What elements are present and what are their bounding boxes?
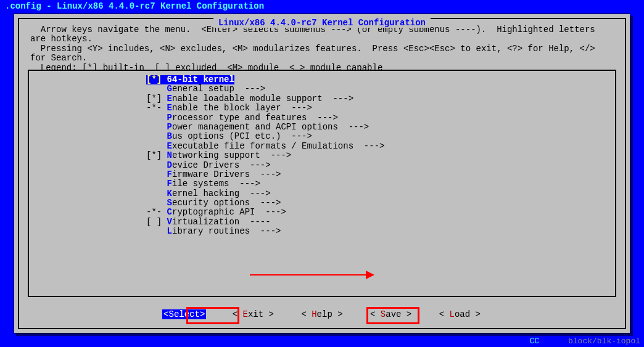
menu-item-5[interactable]: Power management and ACPI options ---> (146, 123, 615, 132)
menu-item-14[interactable]: -*- Cryptographic API ---> (146, 208, 615, 217)
menu-item-13[interactable]: Security options ---> (146, 198, 615, 208)
load-button[interactable]: < Load > (438, 309, 482, 319)
menu-item-4[interactable]: Processor type and features ---> (146, 113, 615, 123)
exit-button[interactable]: < Exit > (231, 309, 275, 319)
menu-item-8[interactable]: [*] Networking support ---> (146, 151, 615, 160)
background-terminal-line: CC block/blk-iopol (530, 337, 640, 346)
annotation-arrow (250, 274, 373, 276)
menu-item-12[interactable]: Kernel hacking ---> (146, 189, 615, 198)
menu-list[interactable]: [*] 64-bit kernel General setup --->[*] … (29, 75, 615, 237)
menu-item-9[interactable]: Device Drivers ---> (146, 161, 615, 170)
menu-item-1[interactable]: General setup ---> (146, 84, 615, 94)
menu-item-16[interactable]: Library routines ---> (146, 227, 615, 236)
dialog-title: Linux/x86 4.4.0-rc7 Kernel Configuration (213, 18, 431, 28)
window-title: .config - Linux/x86 4.4.0-rc7 Kernel Con… (0, 0, 644, 12)
select-button[interactable]: <Select> (162, 309, 206, 319)
button-bar: <Select> < Exit > < Help > < Save > < Lo… (19, 309, 625, 319)
config-dialog: Linux/x86 4.4.0-rc7 Kernel Configuration… (14, 14, 630, 333)
menu-item-2[interactable]: [*] Enable loadable module support ---> (146, 94, 615, 104)
menu-item-0[interactable]: [*] 64-bit kernel (146, 75, 234, 84)
menu-item-11[interactable]: File systems ---> (146, 179, 615, 189)
help-button[interactable]: < Help > (300, 309, 344, 319)
menu-box: [*] 64-bit kernel General setup --->[*] … (28, 70, 616, 297)
menu-item-7[interactable]: Executable file formats / Emulations ---… (146, 142, 615, 151)
menu-item-3[interactable]: -*- Enable the block layer ---> (146, 104, 615, 113)
menu-item-15[interactable]: [ ] Virtualization ---- (146, 218, 615, 227)
save-button[interactable]: < Save > (369, 309, 413, 319)
menu-item-10[interactable]: Firmware Drivers ---> (146, 170, 615, 179)
menu-item-6[interactable]: Bus options (PCI etc.) ---> (146, 132, 615, 141)
